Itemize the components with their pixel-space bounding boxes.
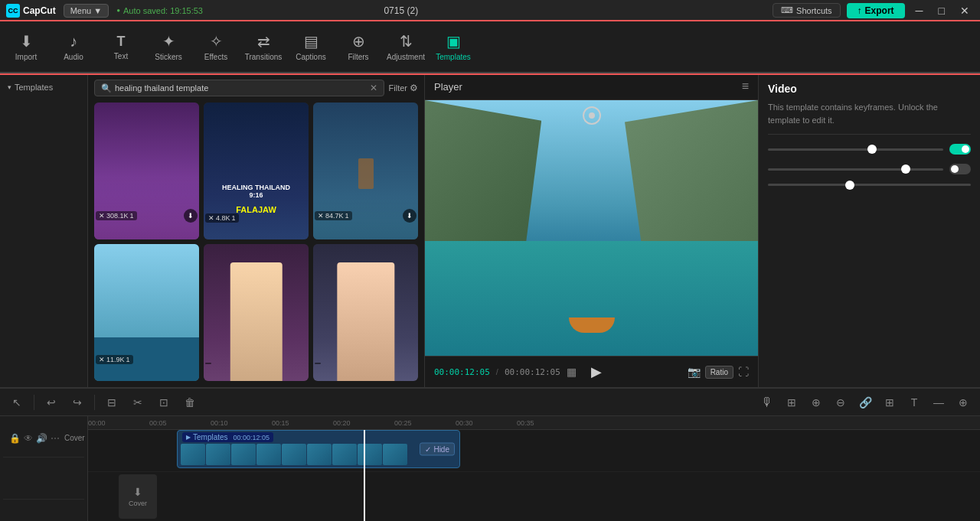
template-count-4: ✕ 11.9K 1 <box>96 355 133 364</box>
logo-icon: CC <box>6 4 20 18</box>
timeline: ↖ ↩ ↪ ⊟ ✂ ⊡ 🗑 🎙 ⊞ ⊕ ⊖ 🔗 ⊞ T — ⊕ 🔒 👁 🔊 <box>0 387 980 521</box>
toggle-2[interactable] <box>949 164 971 174</box>
ruler-tick-6: 00:30 <box>456 419 473 427</box>
toggle-1[interactable] <box>949 144 971 155</box>
template-thumb-5 <box>204 244 309 381</box>
list-item[interactable]: trend thailand <box>313 244 418 381</box>
list-item[interactable]: ✕ 84.7K 1 ⬇ HealingThailand 9:16 <box>313 103 418 239</box>
track-label-main <box>3 458 84 500</box>
tracks-labels: 🔒 👁 🔊 ⋯ Cover <box>0 416 88 521</box>
zoom-out-btn[interactable]: ⊖ <box>830 392 851 413</box>
timeline-right-tools: 🎙 ⊞ ⊕ ⊖ 🔗 ⊞ T — ⊕ <box>756 392 974 413</box>
template-stats-3: ✕ 84.7K 1 ⬇ <box>315 209 416 223</box>
text-btn[interactable]: T <box>903 392 925 413</box>
hide-button[interactable]: ✓ Hide <box>420 443 455 456</box>
eye-icon[interactable]: 👁 <box>24 433 33 444</box>
template-count-6 <box>315 363 321 364</box>
top-right-controls: ⌨ Shortcuts ↑ Export ─ □ ✕ <box>773 3 974 18</box>
cursor-tool[interactable]: ↖ <box>6 392 28 413</box>
hide-check-icon: ✓ <box>425 445 431 454</box>
tool-transitions[interactable]: ⇄ Transitions <box>240 24 286 70</box>
timeline-ruler-area: 00:00 00:05 00:10 00:15 00:20 00:25 <box>88 416 980 521</box>
maximize-button[interactable]: □ <box>934 5 949 17</box>
ruler-tick-3: 00:15 <box>272 419 289 427</box>
player-title: Player <box>434 81 462 93</box>
list-item[interactable] <box>204 244 309 381</box>
project-title: 0715 (2) <box>384 5 418 16</box>
templates-section-header[interactable]: ▾ Templates <box>3 80 84 95</box>
redo-button[interactable]: ↪ <box>67 392 88 413</box>
shortcuts-button[interactable]: ⌨ Shortcuts <box>773 3 840 18</box>
export-button[interactable]: ↑ Export <box>847 3 905 18</box>
search-clear-button[interactable]: ✕ <box>370 83 377 93</box>
template-strip[interactable]: Templates 00:00:12:05 <box>177 430 460 468</box>
strip-frame <box>282 444 306 465</box>
more-icon[interactable]: ⋯ <box>51 433 60 444</box>
ruler-tick-2: 00:10 <box>211 419 228 427</box>
close-button[interactable]: ✕ <box>956 5 974 17</box>
boat <box>569 317 615 333</box>
menu-button[interactable]: Menu ▼ <box>64 4 109 18</box>
template-download-3[interactable]: ⬇ <box>403 209 416 223</box>
player-playbar: 00:00:12:05 / 00:00:12:05 ▦ ▶ 📷 Ratio ⛶ <box>425 356 758 387</box>
sticker-btn[interactable]: ⊞ <box>781 392 802 413</box>
slider-3[interactable] <box>768 184 971 186</box>
tool-import[interactable]: ⬇ Import <box>3 24 49 70</box>
ruler-tick-0: 00:00 <box>88 419 106 427</box>
minimize-button[interactable]: ─ <box>911 5 928 17</box>
split-button[interactable]: ⊟ <box>101 392 122 413</box>
chevron-icon: ▾ <box>8 83 11 91</box>
effects-icon: ✧ <box>210 32 223 50</box>
group-btn[interactable]: ⊞ <box>879 392 900 413</box>
player-options-button[interactable]: ≡ <box>742 80 749 93</box>
speaker-icon[interactable]: 🔊 <box>36 433 47 444</box>
fullscreen-button[interactable]: ⛶ <box>738 366 749 378</box>
filter-button[interactable]: Filter ⚙ <box>389 83 418 93</box>
slider-2[interactable] <box>768 168 943 171</box>
list-item[interactable]: ✕ 308.1K 1 ⬇ healing thailand p2 <box>94 103 199 239</box>
camera-btn[interactable]: 📷 <box>688 366 701 378</box>
ratio-button[interactable]: Ratio <box>705 366 733 379</box>
strip-frame <box>181 444 205 465</box>
tool-stickers[interactable]: ✦ Stickers <box>145 24 191 70</box>
cover-block[interactable]: ⬇ Cover <box>119 474 157 519</box>
timeline-zoom-btn[interactable]: ⊕ <box>952 392 974 413</box>
list-item[interactable]: ✕ 11.9K 1 Healing Thailand <box>94 244 199 381</box>
frames-button[interactable]: ▦ <box>567 366 577 378</box>
template-count-5 <box>205 363 211 364</box>
slider-row-2 <box>768 164 971 174</box>
minus-btn[interactable]: — <box>928 392 949 413</box>
template-thumb-6: trend thailand <box>313 244 418 381</box>
strip-frame <box>332 444 357 465</box>
search-input[interactable] <box>115 83 367 93</box>
app-logo: CC CapCut <box>6 4 56 18</box>
template-download-1[interactable]: ⬇ <box>184 209 198 223</box>
delete-button[interactable]: 🗑 <box>179 392 201 413</box>
list-item[interactable]: HEALING THAILAND9:16 FALAJAW ✕ 4.8K 1 He… <box>204 103 309 239</box>
strip-frame <box>206 444 230 465</box>
player-video <box>425 100 758 356</box>
mic-button[interactable]: 🎙 <box>756 392 778 413</box>
lock-icon[interactable]: 🔒 <box>9 433 21 444</box>
ruler-tick-5: 00:25 <box>394 419 412 427</box>
tool-text[interactable]: T Text <box>98 24 144 70</box>
crop-button[interactable]: ⊡ <box>153 392 175 413</box>
undo-button[interactable]: ↩ <box>41 392 62 413</box>
trim-button[interactable]: ✂ <box>127 392 149 413</box>
views-icon: ✕ <box>99 356 105 363</box>
play-button[interactable]: ▶ <box>586 361 607 383</box>
zoom-in-btn[interactable]: ⊕ <box>805 392 827 413</box>
tool-captions[interactable]: ▤ Captions <box>288 24 334 70</box>
playhead[interactable] <box>364 430 365 521</box>
track-label-cover: 🔒 👁 🔊 ⋯ Cover <box>3 419 84 458</box>
ruler-tick-4: 00:20 <box>333 419 351 427</box>
tool-effects[interactable]: ✧ Effects <box>193 24 239 70</box>
total-time: 00:00:12:05 <box>505 367 560 377</box>
slider-1[interactable] <box>768 148 943 151</box>
link-btn[interactable]: 🔗 <box>854 392 876 413</box>
tool-templates[interactable]: ▣ Templates <box>430 24 476 70</box>
tool-filters[interactable]: ⊕ Filters <box>335 24 381 70</box>
logo-text: CapCut <box>23 5 56 16</box>
tool-adjustment[interactable]: ⇅ Adjustment <box>383 24 429 70</box>
tool-audio[interactable]: ♪ Audio <box>51 24 96 70</box>
